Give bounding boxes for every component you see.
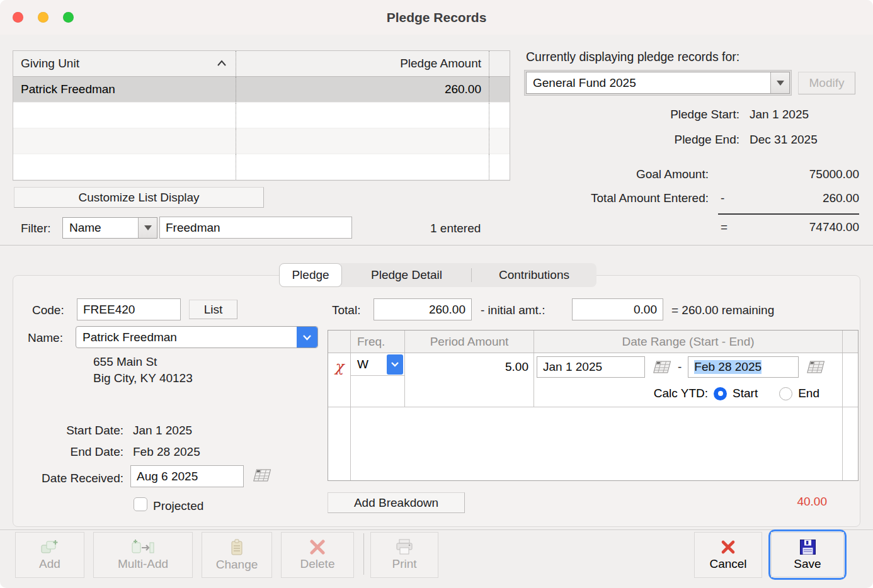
fund-heading: Currently displaying pledge records for: <box>526 50 739 64</box>
address-line1: 655 Main St <box>93 355 157 369</box>
table-row-empty <box>13 103 510 128</box>
table-row-empty <box>13 154 510 180</box>
minimize-window-icon[interactable] <box>38 12 48 23</box>
calc-ytd-start-label: Start <box>733 387 758 400</box>
chi-row-marker-icon[interactable]: χ <box>335 358 344 407</box>
column-header-freq: Freq. <box>351 331 405 353</box>
remaining-value: 74740.00 <box>756 220 859 234</box>
save-button[interactable]: Save <box>771 532 844 577</box>
chevron-down-icon[interactable] <box>138 218 157 238</box>
scrollbar-track[interactable] <box>489 51 510 76</box>
tab-bar: Pledge Pledge Detail Contributions <box>279 263 596 287</box>
date-start-input[interactable]: Jan 1 2025 <box>537 356 645 378</box>
fund-select[interactable]: General Fund 2025 <box>526 72 790 94</box>
table-row-empty <box>13 180 510 181</box>
multi-add-button[interactable]: Multi-Add <box>93 532 193 578</box>
entered-count: 1 entered <box>430 222 481 235</box>
breakdown-row: χ W 5.00 Jan 1 2025 <box>328 353 858 407</box>
calc-ytd-end-radio[interactable] <box>779 387 792 400</box>
remaining-text: = 260.00 remaining <box>671 303 774 317</box>
code-value: FREE420 <box>83 303 135 317</box>
calendar-icon[interactable] <box>651 360 671 374</box>
address-line2: Big City, KY 40123 <box>93 371 193 385</box>
breakdown-empty-area <box>328 407 858 480</box>
cancel-button-label: Cancel <box>709 557 746 571</box>
name-label: Name: <box>28 331 63 345</box>
tab-contributions[interactable]: Contributions <box>472 263 596 287</box>
list-button[interactable]: List <box>189 300 237 319</box>
print-button[interactable]: Print <box>370 532 438 578</box>
calc-ytd-start-radio[interactable] <box>714 387 727 400</box>
initial-amt-value: 0.00 <box>634 303 657 317</box>
pledge-records-window: Pledge Records Giving Unit Pledge Amount… <box>0 0 873 588</box>
goal-amount-label: Goal Amount: <box>542 167 709 181</box>
column-header-date-range: Date Range (Start - End) <box>534 331 843 353</box>
fund-select-ring: General Fund 2025 <box>524 70 792 96</box>
date-end-input[interactable]: Feb 28 2025 <box>688 356 799 378</box>
date-start-value: Jan 1 2025 <box>543 360 602 374</box>
breakdown-table: Freq. Period Amount Date Range (Start - … <box>328 330 859 481</box>
giving-unit-cell: Patrick Freedman <box>13 77 236 102</box>
change-icon <box>229 539 244 556</box>
scrollbar-track[interactable] <box>843 331 858 353</box>
freq-combo[interactable]: W <box>351 353 404 376</box>
calendar-icon[interactable] <box>251 468 271 482</box>
tab-pledge[interactable]: Pledge <box>279 263 342 287</box>
start-date-value: Jan 1 2025 <box>133 424 192 438</box>
chevron-down-icon[interactable] <box>297 327 317 348</box>
column-header-giving-unit[interactable]: Giving Unit <box>13 51 236 76</box>
name-combo[interactable]: Patrick Freedman <box>76 326 318 348</box>
add-icon <box>41 539 59 555</box>
chevron-down-icon[interactable] <box>387 354 403 375</box>
fund-select-value: General Fund 2025 <box>527 72 770 93</box>
name-combo-value: Patrick Freedman <box>76 327 297 348</box>
delete-icon <box>309 539 326 555</box>
date-received-input[interactable]: Aug 6 2025 <box>130 465 244 487</box>
filter-field-value: Name <box>63 218 138 238</box>
projected-label: Projected <box>153 499 203 513</box>
close-window-icon[interactable] <box>13 12 23 23</box>
cancel-button[interactable]: Cancel <box>694 532 762 578</box>
toolbar-separator <box>363 533 364 575</box>
sort-ascending-icon <box>217 60 227 66</box>
table-row-empty <box>13 128 510 154</box>
projected-checkbox[interactable] <box>134 497 147 511</box>
change-button-label: Change <box>216 558 258 572</box>
delete-button[interactable]: Delete <box>281 532 354 578</box>
chevron-down-icon[interactable] <box>770 72 789 93</box>
tab-pledge-detail[interactable]: Pledge Detail <box>342 263 471 287</box>
subtraction-line <box>718 213 859 215</box>
code-input[interactable]: FREE420 <box>77 298 181 320</box>
filter-value-input[interactable]: Freedman <box>159 217 352 239</box>
pledge-end-value: Dec 31 2025 <box>750 133 818 147</box>
modify-button[interactable]: Modify <box>798 72 855 94</box>
calendar-icon[interactable] <box>805 360 825 374</box>
column-header-pledge-amount[interactable]: Pledge Amount <box>236 51 489 76</box>
total-input[interactable]: 260.00 <box>374 298 472 320</box>
toolbar-divider <box>0 529 873 530</box>
filter-value-text: Freedman <box>166 221 220 235</box>
filter-field-dropdown[interactable]: Name <box>62 217 157 239</box>
pledge-amount-cell: 260.00 <box>236 77 489 102</box>
period-amount-cell[interactable]: 5.00 <box>405 353 534 381</box>
pledge-end-label: Pledge End: <box>605 133 739 147</box>
save-button-label: Save <box>794 557 821 571</box>
add-button[interactable]: Add <box>15 532 84 578</box>
calc-ytd-end-label: End <box>798 387 819 400</box>
total-entered-label: Total Amount Entered: <box>526 191 709 205</box>
customize-list-display-button[interactable]: Customize List Display <box>14 187 264 208</box>
column-header-giving-unit-label: Giving Unit <box>21 57 79 71</box>
date-range-dash: - <box>678 360 682 374</box>
add-breakdown-button[interactable]: Add Breakdown <box>328 492 465 513</box>
save-button-focus-ring: Save <box>768 529 847 580</box>
zoom-window-icon[interactable] <box>63 12 74 23</box>
change-button[interactable]: Change <box>202 532 272 578</box>
code-label: Code: <box>32 303 64 317</box>
initial-amt-input[interactable]: 0.00 <box>572 298 663 320</box>
scrollbar-track[interactable] <box>489 77 510 102</box>
end-date-value: Feb 28 2025 <box>133 445 200 459</box>
freq-value: W <box>351 358 387 371</box>
date-received-value: Aug 6 2025 <box>137 470 198 483</box>
date-end-value: Feb 28 2025 <box>694 360 762 374</box>
table-row[interactable]: Patrick Freedman 260.00 <box>13 77 510 103</box>
